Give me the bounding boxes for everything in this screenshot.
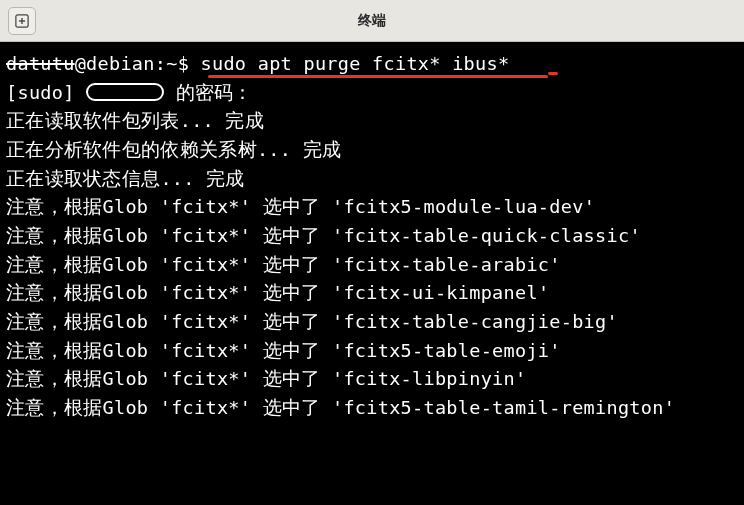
command-text: sudo apt purge fcitx* ibus* <box>201 53 510 74</box>
terminal-content[interactable]: datutu@debian:~$ sudo apt purge fcitx* i… <box>0 42 744 505</box>
prompt-dollar: $ <box>178 53 201 74</box>
output-line: 正在读取软件包列表... 完成 <box>6 107 738 136</box>
annotation-underline-tail <box>548 72 558 75</box>
notice-line: 注意，根据Glob 'fcitx*' 选中了 'fcitx-ui-kimpane… <box>6 279 738 308</box>
notice-line: 注意，根据Glob 'fcitx*' 选中了 'fcitx-table-quic… <box>6 222 738 251</box>
annotation-underline <box>208 75 548 78</box>
notice-line: 注意，根据Glob 'fcitx*' 选中了 'fcitx5-table-tam… <box>6 394 738 423</box>
notice-line: 注意，根据Glob 'fcitx*' 选中了 'fcitx-table-cang… <box>6 308 738 337</box>
output-line: 正在分析软件包的依赖关系树... 完成 <box>6 136 738 165</box>
plus-icon <box>15 14 29 28</box>
notice-line: 注意，根据Glob 'fcitx*' 选中了 'fcitx5-table-emo… <box>6 337 738 366</box>
notice-line: 注意，根据Glob 'fcitx*' 选中了 'fcitx-libpinyin' <box>6 365 738 394</box>
window-title: 终端 <box>358 12 386 30</box>
prompt-user: datutu <box>6 53 75 74</box>
output-line: 正在读取状态信息... 完成 <box>6 165 738 194</box>
prompt-host: debian <box>86 53 155 74</box>
notice-line: 注意，根据Glob 'fcitx*' 选中了 'fcitx5-module-lu… <box>6 193 738 222</box>
terminal-window: 终端 datutu@debian:~$ sudo apt purge fcitx… <box>0 0 744 505</box>
titlebar: 终端 <box>0 0 744 42</box>
new-tab-button[interactable] <box>8 7 36 35</box>
notice-line: 注意，根据Glob 'fcitx*' 选中了 'fcitx-table-arab… <box>6 251 738 280</box>
redacted-username <box>86 83 164 101</box>
prompt-path: ~ <box>166 53 177 74</box>
sudo-password-line: [sudo] 的密码： <box>6 79 738 108</box>
prompt-at: @ <box>75 53 86 74</box>
